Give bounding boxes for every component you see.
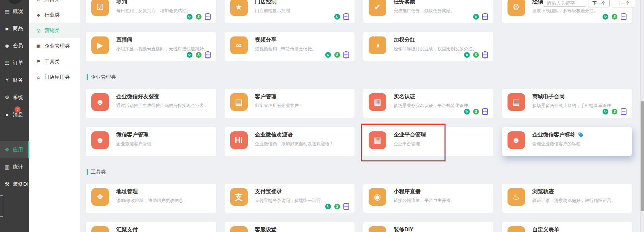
app-card-title: 任务奖励 (394, 0, 415, 5)
platform-video-account-icon: ↻ (603, 109, 608, 114)
platform-icons: ↻WAP (334, 14, 349, 20)
app-card-title: 微信客户管理 (116, 131, 149, 138)
app-card-description: 归集管理所有企业客户！ (255, 103, 349, 109)
app-card-alipay-login[interactable]: 支 支付宝登录 支付宝端登录访问，多端统一运营。 ↻SWAP (225, 184, 355, 213)
section-header-label: 工具类 (91, 169, 106, 175)
sidebar-item-stats[interactable]: ▥ 统计 (0, 158, 29, 176)
platform-mini-program-icon: S (196, 52, 202, 58)
app-tile-glyph: ❖ (96, 192, 104, 202)
app-tile-icon: ▤ (230, 93, 248, 111)
drawer-handle[interactable] (0, 195, 3, 217)
app-card-title: 小程序直播 (394, 188, 421, 195)
app-card-description: 发展下线团队，多等级极差分红。 (532, 8, 627, 14)
app-tile-glyph: ▦ (374, 97, 381, 107)
find-prev-button[interactable]: 上一个 (612, 0, 635, 7)
sidebar-item-finance[interactable]: ¥ 财务 (0, 72, 29, 89)
app-tile-icon: ∞ (230, 36, 248, 54)
app-card-miniprogram-live[interactable]: ◉ 小程序直播 链接公域流量，平台自主开播。 (363, 184, 493, 213)
sidebar-item-members[interactable]: ☻ 会员 (0, 37, 29, 54)
app-card-browse-track[interactable]: ♨ 浏览轨迹 轨迹记录，洞察浏览偏好，进行精细运营。 (502, 184, 632, 213)
sidebar-item-decorate-diy[interactable]: ⚒ 装修DIY (0, 176, 29, 193)
sidebar-item-label: 系统 (13, 94, 23, 101)
app-card-sign-in[interactable]: ☑ 签到 每日签到，反复到店，增加会员粘性。 ↻SWAP (86, 0, 216, 23)
app-card-title: 地址管理 (116, 188, 138, 195)
platform-mini-program-icon: S (196, 14, 202, 20)
app-card-store-control[interactable]: ★ 门店控制 门店前端显示控制 ↻WAP (225, 0, 355, 23)
sidebar-item-label: 会员 (13, 43, 23, 49)
app-tile-glyph: 支 (235, 191, 243, 202)
category-item-industry[interactable]: ♣ 行业类 (29, 7, 80, 23)
app-card-customer-service-settings[interactable]: ☏ 客服设置 (225, 222, 355, 232)
search-input[interactable] (543, 0, 586, 7)
sidebar-item-icon: ❖ (4, 147, 10, 153)
app-tile-icon: ◉ (369, 188, 386, 206)
platform-wap-icon: WAP (205, 52, 211, 58)
app-card-customer-management[interactable]: ▤ 客户管理 归集管理所有企业客户！ (225, 89, 355, 118)
platform-mini-program-icon: S (473, 109, 479, 114)
sidebar-item-label: 概况 (13, 8, 23, 15)
app-card-address-management[interactable]: ❖ 地址管理 添加/修改地址，协助用户更改信息。 (86, 184, 216, 213)
app-card-custom-form[interactable]: ▤ 自定义表单 (502, 222, 632, 232)
app-card-video-share[interactable]: ∞ 视频分享 短视频营销，带货传播更便捷。 ↻SWAP (225, 32, 355, 61)
category-item-label: 工具类 (44, 58, 60, 65)
app-card-body: 自定义表单 (532, 226, 627, 232)
sidebar-item-system[interactable]: ⚙ 系统 (0, 89, 29, 106)
platform-wap-icon: WAP (621, 14, 626, 20)
section-header: 工具类 (87, 168, 632, 176)
sidebar-item-overview[interactable]: ▤ 概况 (0, 3, 29, 20)
category-item-icon: ⚑ (35, 59, 41, 64)
app-card-description: 管理企业微信客户的标签 (532, 141, 627, 147)
sidebar-item-orders[interactable]: ☷ 订单 (0, 54, 29, 72)
app-card-mall-e-contract[interactable]: ▤ 商城电子合同 多场景多角色线上签约，手机端查看管理。 ↻SWAP (502, 89, 632, 118)
app-grid: ☻ 企业微信好友裂变 通过活动推广生成带推广码的海报实现企业客... ▤ 客户管… (86, 89, 632, 156)
category-item-entry[interactable]: ★ 入口类 (29, 0, 80, 7)
app-card-live-room[interactable]: ▶ 直播间 小程序显示视频号直播间，无缝对接快速跳转。 ↻SWAP (86, 32, 216, 61)
category-item-icon: ♣ (35, 12, 41, 18)
app-card-description: 多场景多角色线上签约，手机端查看管理。 (532, 103, 627, 109)
sidebar-item-goods[interactable]: ▣ 商品 (0, 20, 29, 37)
app-card-wechat-customer-management[interactable]: ☻ 微信客户管理 企业微信客户管理 (86, 127, 216, 156)
app-card-weighted-dividend[interactable]: ◑ 加权分红 经销商等级月度业绩，权重比例发放分红。 ↻SWAP (363, 32, 493, 61)
app-card-decorate-diy-app[interactable]: ⚒ 装修DIY (363, 222, 493, 232)
find-bar: 下一个 上一个 (543, 0, 635, 7)
platform-icons: ↻SWAP (325, 52, 349, 58)
platform-mini-program-icon: S (334, 204, 340, 209)
app-card-title: 装修DIY (394, 226, 413, 232)
platform-mini-program-icon: S (612, 14, 617, 20)
find-next-button[interactable]: 下一个 (588, 0, 610, 7)
app-card-title: 企业微信客户标签 (532, 131, 576, 138)
app-tile-icon: Hi (230, 131, 248, 149)
category-item-enterprise[interactable]: ▣ 企业管理类 (29, 38, 80, 54)
sidebar-item-icon: ☻ (4, 43, 10, 49)
app-tile-icon: ❖ (91, 188, 109, 206)
app-card-enterprise-platform-management[interactable]: ▦ 企业平台管理 企业平台管理 (363, 127, 493, 156)
app-card-body: 微信客户管理 企业微信客户管理 (116, 131, 211, 156)
app-tile-glyph: ★ (235, 2, 243, 12)
app-card-body: 装修DIY (394, 226, 488, 232)
app-grid: ☑ 签到 每日签到，反复到店，增加会员粘性。 ↻SWAP ★ 门店控制 门店前端… (86, 0, 632, 61)
sidebar-item-apps[interactable]: ❖ 应用 (0, 141, 29, 158)
app-card-wework-friend-fission[interactable]: ☻ 企业微信好友裂变 通过活动推广生成带推广码的海报实现企业客... (86, 89, 216, 118)
app-card-description: 企业微信客户管理 (116, 141, 211, 147)
category-item-marketing[interactable]: ◎ 营销类 (29, 23, 80, 38)
category-item-tools[interactable]: ⚑ 工具类 (29, 54, 80, 69)
sidebar-item-messages[interactable]: ● 消息 3 (0, 106, 29, 123)
section-header-bar (87, 74, 88, 80)
app-card-huiju-pay[interactable]: ◈ 汇聚支付 (86, 222, 216, 232)
scrollbar-thumb[interactable] (641, 101, 644, 211)
app-grid: ❖ 地址管理 添加/修改地址，协助用户更改信息。 支 支付宝登录 支付宝端登录访… (86, 184, 632, 232)
app-card-wework-customer-tags[interactable]: ☻ 企业微信客户标签 管理企业微信客户的标签 (502, 127, 632, 156)
app-card-description: 经销商等级月度业绩，权重比例发放分红。 (394, 46, 488, 52)
app-tile-icon: ♨ (508, 188, 525, 206)
app-tile-glyph: ▤ (512, 97, 520, 107)
app-card-description: 企业微信员工添加好友自动发送欢迎语！ (255, 141, 349, 147)
app-card-real-name-auth[interactable]: ▦ 实名认证 多场景业务实名认证，平台规范化管理。 ↻SWAP (363, 89, 493, 118)
category-item-store-apps[interactable]: ⌂ 门店应用类 (29, 69, 80, 85)
app-tile-glyph: Hi (235, 135, 243, 145)
app-card-task-reward[interactable]: ✔ 任务奖励 完成推广任务，领取任务奖励。 ↻WAP (363, 0, 493, 23)
platform-wap-icon: WAP (205, 14, 211, 20)
app-card-title: 自定义表单 (532, 226, 559, 232)
platform-icons: ↻SWAP (464, 108, 488, 115)
app-card-wework-welcome[interactable]: Hi 企业微信欢迎语 企业微信员工添加好友自动发送欢迎语！ (225, 127, 355, 156)
app-card-description: 多场景业务实名认证，平台规范化管理。 (394, 103, 488, 109)
